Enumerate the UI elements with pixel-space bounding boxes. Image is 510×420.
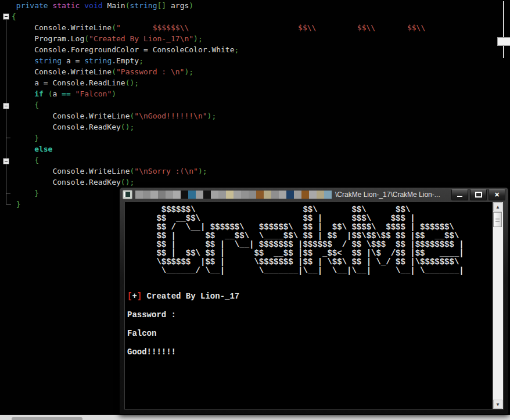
scroll-down-arrow[interactable]: ▼ [493,400,502,409]
text-token: { [34,100,39,109]
code-line[interactable]: { [12,99,425,110]
text-token: ] [137,292,142,301]
censor-block [196,191,203,199]
censor-block [256,191,264,199]
code-line[interactable]: private static void Main(string[] args) [12,0,425,11]
text-token: + [132,292,137,301]
console-output: [+] Created By Lion-_17Password :FalconG… [127,287,239,361]
text-token: if [34,89,48,98]
text-token: "Falcon" [76,89,112,98]
taskbar-edge-segment [12,417,82,420]
text-token: "\nGood!!!!!!\n" [134,112,207,120]
code-line[interactable]: else [12,143,425,155]
censor-block [249,191,256,199]
fold-collapse-icon[interactable] [3,13,9,20]
minimize-button[interactable] [451,189,468,200]
console-output-line: Password : [127,306,239,324]
text-token: == [62,89,75,98]
text-token: Console.ReadLine [52,78,125,87]
text-token: ( [125,1,130,10]
code-line[interactable]: { [12,11,425,22]
code-line[interactable]: string a = string.Empty; [12,55,425,66]
close-icon: ✕ [494,192,500,198]
text-token: } [34,134,39,142]
console-window[interactable]: \CrakMe Lion-_17\CrakMe Lion-... ✕ $$$$$… [119,187,509,415]
text-token: ); [184,67,193,76]
editor-scrollbar-track[interactable] [503,1,504,58]
censor-block [166,191,173,199]
text-token: (); [121,123,134,131]
code-line[interactable]: Console.WriteLine(" $$$$$$\\ $$\\ $$\\ $… [12,22,425,33]
text-token: ; [235,45,239,54]
console-client-area[interactable]: $$$$$$\ $$\ $$\ $$\ $$ __$$\ $$ | $$$\ $… [124,202,504,410]
code-line[interactable]: } [12,132,425,143]
scroll-thumb[interactable] [493,212,502,227]
text-token: Console.ReadKey [12,178,121,186]
text-token: a [62,56,75,65]
text-token: a [12,78,44,87]
code-line[interactable]: if (a == "Falcon") [12,88,425,99]
text-token: (); [125,78,139,87]
console-titlebar[interactable]: \CrakMe Lion-_17\CrakMe Lion-... ✕ [120,188,508,202]
text-token: private [16,1,48,10]
code-area[interactable]: private static void Main(string[] args){… [12,0,425,210]
censor-block [264,191,271,199]
censor-block [317,191,324,199]
censor-block [150,191,158,199]
editor-scrollbar-thumb[interactable] [497,37,510,46]
text-token: ) [112,89,116,98]
code-line[interactable]: Program.Log("Created By Lion-_17\n"); [12,33,425,44]
censor-block [188,191,196,199]
censor-block [173,191,181,199]
censor-block [279,191,286,199]
text-token: ); [207,112,217,120]
censor-block [143,191,150,199]
text-token: string [84,56,112,65]
text-token: ); [193,34,203,43]
text-token: ConsoleColor.White [153,45,235,54]
fold-collapse-icon[interactable] [3,103,9,109]
text-token: args [166,1,189,10]
text-token: Password : [127,310,176,320]
text-token: "\nSorry :(\n" [134,167,198,175]
censor-block [271,191,279,199]
text-token: = [76,56,85,65]
code-line[interactable]: { [12,155,425,166]
code-line[interactable]: Console.WriteLine("\nSorry :(\n"); [12,166,425,177]
console-scrollbar[interactable]: ▲ ▼ [493,202,503,409]
code-line[interactable]: Console.ReadKey(); [12,121,425,132]
fold-guide-line [6,20,6,204]
close-button[interactable]: ✕ [489,189,505,200]
censored-title-region [135,191,332,199]
censor-block [226,191,234,199]
text-token [12,1,16,10]
code-line[interactable]: Console.WriteLine("\nGood!!!!!!\n"); [12,110,425,121]
console-output-line: Falcon [127,324,239,343]
code-line[interactable]: Console.WriteLine("Password : \n"); [12,66,425,77]
code-line[interactable]: Console.ForegroundColor = ConsoleColor.W… [12,44,425,55]
fold-guide-tick [6,138,10,138]
maximize-icon [475,192,482,198]
censor-block [294,191,301,199]
censor-block [218,191,226,199]
text-token [12,134,34,142]
text-token: ( [112,67,116,76]
text-token: Console.WriteLine [12,167,130,175]
console-title: \CrakMe Lion-_17\CrakMe Lion-... [332,191,451,199]
maximize-button[interactable] [470,189,487,200]
text-token: Program.Log [12,34,84,43]
code-line[interactable]: a = Console.ReadLine(); [12,77,425,88]
fold-collapse-icon[interactable] [3,158,9,164]
text-token: { [34,156,39,164]
censor-block [203,191,211,199]
text-token: a [52,89,62,98]
text-token: (); [121,178,134,186]
text-token: ); [198,167,207,175]
censor-block [211,191,218,199]
console-output-line: [+] Created By Lion-_17 [127,287,239,306]
text-token [12,200,16,209]
code-line[interactable]: Console.ReadKey(); [12,177,425,188]
text-token: Main [107,1,125,10]
scroll-up-arrow[interactable]: ▲ [493,202,502,211]
fold-guide-tick [6,204,11,204]
